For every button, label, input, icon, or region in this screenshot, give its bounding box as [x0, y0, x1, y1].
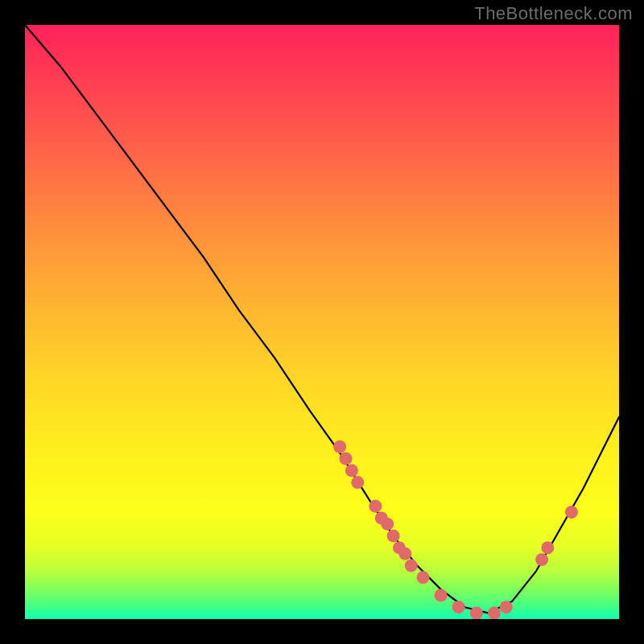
- chart-frame: TheBottleneck.com: [0, 0, 644, 644]
- watermark-text: TheBottleneck.com: [474, 3, 633, 24]
- chart-plot-area: [25, 25, 619, 619]
